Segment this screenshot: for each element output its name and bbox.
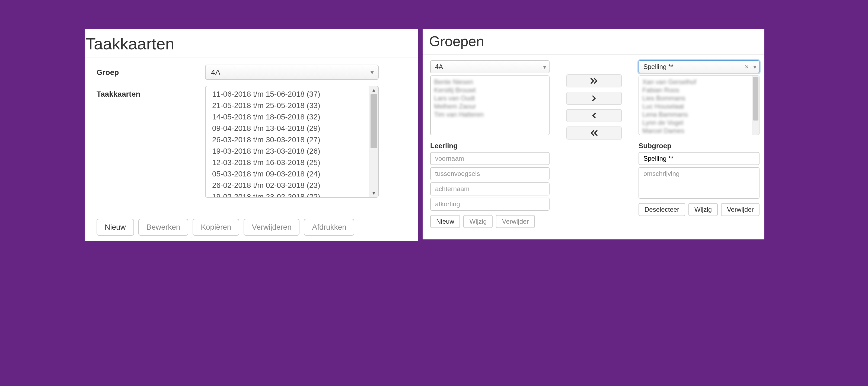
list-item[interactable]: 21-05-2018 t/m 25-05-2018 (33) [206, 100, 369, 111]
list-item[interactable]: 05-03-2018 t/m 09-03-2018 (24) [206, 168, 369, 180]
chevron-left-icon [592, 113, 596, 118]
chevron-down-icon: ▼ [540, 64, 549, 70]
tussenvoegsels-input[interactable] [430, 167, 550, 180]
list-item[interactable]: Melhem Zaour [434, 102, 546, 111]
nieuw-button[interactable]: Nieuw [97, 219, 134, 236]
scrollbar[interactable]: ▴ ▾ [369, 86, 378, 197]
list-item[interactable]: Xan van Gerselhof [642, 78, 749, 86]
scroll-thumb[interactable] [753, 77, 759, 121]
afkorting-input[interactable] [430, 198, 550, 211]
list-item[interactable]: Lena Bammans [642, 111, 749, 119]
leerling-verwijder-button[interactable]: Verwijder [496, 215, 535, 228]
groep-select[interactable]: 4A ▼ [430, 60, 550, 73]
subgroep-name-input[interactable] [639, 152, 760, 165]
double-chevron-right-icon [590, 78, 598, 84]
list-item[interactable]: Fabian Roos [642, 86, 749, 94]
taakkaarten-title: Taakkaarten [85, 29, 418, 58]
list-item[interactable]: 19-03-2018 t/m 23-03-2018 (26) [206, 146, 369, 157]
list-item[interactable]: Lars van Oudt [434, 94, 546, 102]
kopieren-button[interactable]: Kopiëren [193, 219, 239, 236]
subgroep-select-value: Spelling ** [639, 63, 743, 70]
list-item[interactable]: 12-03-2018 t/m 16-03-2018 (25) [206, 157, 369, 168]
subgroep-select[interactable]: Spelling ** × ▼ [639, 60, 760, 73]
groep-select-value: 4A [431, 63, 540, 70]
voornaam-input[interactable] [430, 152, 550, 165]
list-item[interactable]: 11-06-2018 t/m 15-06-2018 (37) [206, 88, 369, 100]
double-chevron-left-icon [590, 130, 598, 136]
groep-label: Groep [85, 65, 205, 77]
chevron-down-icon: ▼ [750, 64, 759, 70]
move-all-right-button[interactable] [566, 75, 622, 87]
taakkaarten-panel: Taakkaarten Groep 4A ▼ Taakkaarten 11-06… [85, 29, 418, 241]
groep-dropdown[interactable]: 4A ▼ [205, 65, 379, 80]
list-item[interactable]: 14-05-2018 t/m 18-05-2018 (32) [206, 111, 369, 123]
move-all-left-button[interactable] [566, 126, 622, 140]
list-item[interactable]: 09-04-2018 t/m 13-04-2018 (29) [206, 123, 369, 134]
move-left-button[interactable] [566, 109, 622, 122]
scrollbar[interactable] [752, 76, 759, 135]
subgroep-listbox[interactable]: Xan van GerselhofFabian RoosLies Bommans… [639, 76, 760, 135]
list-item[interactable]: Marcel Dames [642, 127, 749, 135]
leerling-listbox[interactable]: Bente NiesenKerstlij BrouwtLars van Oudt… [430, 76, 550, 135]
chevron-down-icon: ▼ [366, 69, 378, 76]
afdrukken-button[interactable]: Afdrukken [304, 219, 354, 236]
list-item[interactable]: 19-02-2018 t/m 23-02-2018 (22) [206, 191, 369, 197]
subgroep-wijzig-button[interactable]: Wijzig [688, 203, 718, 216]
groepen-panel: Groepen 4A ▼ Bente NiesenKerstlij Brouwt… [423, 29, 764, 239]
subgroep-deselecteer-button[interactable]: Deselecteer [639, 203, 685, 216]
subgroep-section-label: Subgroep [639, 142, 760, 150]
list-item[interactable]: Bente Niesen [434, 78, 546, 86]
scroll-thumb[interactable] [371, 94, 377, 148]
list-item[interactable]: Lynn de Vogel [642, 119, 749, 127]
leerling-section-label: Leerling [430, 142, 550, 150]
clear-icon[interactable]: × [743, 63, 750, 70]
list-item[interactable]: Luc Houselaat [642, 102, 749, 111]
leerling-nieuw-button[interactable]: Nieuw [430, 215, 460, 228]
scroll-up-arrow[interactable]: ▴ [369, 86, 378, 94]
list-item[interactable]: Kerstlij Brouwt [434, 86, 546, 94]
taakkaarten-listbox[interactable]: 11-06-2018 t/m 15-06-2018 (37)21-05-2018… [205, 86, 379, 198]
list-item[interactable]: Tim van Hatteren [434, 111, 546, 119]
chevron-right-icon [592, 95, 596, 101]
verwijderen-button[interactable]: Verwijderen [244, 219, 300, 236]
scroll-down-arrow[interactable]: ▾ [369, 189, 378, 197]
leerling-wijzig-button[interactable]: Wijzig [464, 215, 493, 228]
subgroep-desc-input[interactable] [639, 167, 760, 199]
groep-dropdown-value: 4A [206, 68, 366, 77]
move-right-button[interactable] [566, 92, 622, 105]
bewerken-button[interactable]: Bewerken [138, 219, 188, 236]
achternaam-input[interactable] [430, 182, 550, 196]
groepen-title: Groepen [423, 28, 764, 54]
list-item[interactable]: Lies Bommans [642, 94, 749, 102]
list-item[interactable]: 26-02-2018 t/m 02-03-2018 (23) [206, 180, 369, 191]
list-item[interactable]: 26-03-2018 t/m 30-03-2018 (27) [206, 134, 369, 146]
taakkaarten-label: Taakkaarten [85, 86, 205, 98]
subgroep-verwijder-button[interactable]: Verwijder [721, 203, 760, 216]
